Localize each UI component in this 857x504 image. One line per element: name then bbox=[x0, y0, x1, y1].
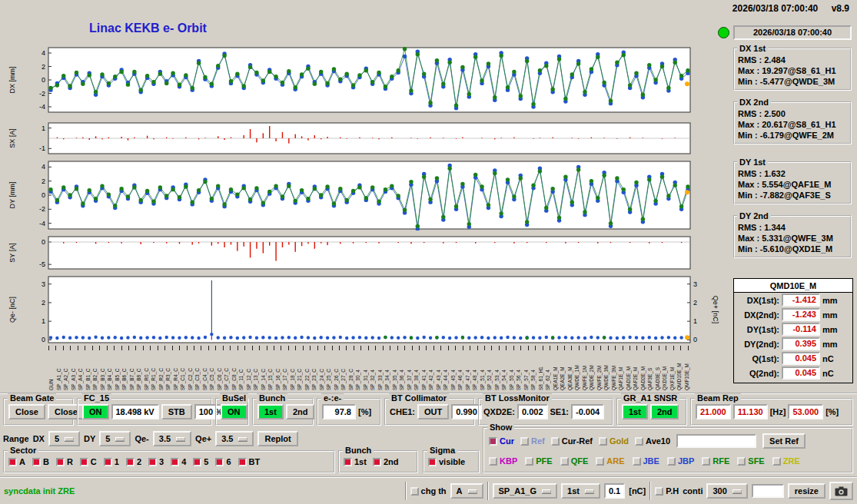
range-qep-select[interactable]: 3.5 bbox=[215, 431, 254, 446]
show-row2: KBPPFEQFEAREJBEJBPRFESFEZRE bbox=[489, 456, 800, 466]
x-tick-label: SP_47_4 bbox=[465, 352, 471, 390]
sector-b-checkbox[interactable]: B bbox=[32, 457, 49, 466]
checkbox-box bbox=[520, 437, 529, 446]
show-sfe-checkbox[interactable]: SFE bbox=[737, 456, 764, 466]
range-qem-select[interactable]: 3.5 bbox=[153, 431, 191, 446]
monitor-row: DX(1st):-1.412mm bbox=[734, 293, 852, 307]
sector-5-checkbox[interactable]: 5 bbox=[193, 457, 208, 466]
x-tick-label: SP_58_4 bbox=[530, 352, 536, 390]
x-tick-label: SP_A3_C bbox=[71, 352, 77, 390]
sector-r-checkbox[interactable]: R bbox=[56, 457, 73, 466]
divider bbox=[487, 482, 489, 500]
points-select[interactable]: 300 bbox=[706, 483, 747, 499]
x-tick-label: SP_38_4 bbox=[414, 352, 420, 390]
checkbox-label: 2 bbox=[137, 457, 141, 466]
bunch-1st-button[interactable]: 1st bbox=[257, 404, 284, 419]
x-tick-label: SP_43_4 bbox=[436, 352, 442, 390]
show-kbp-checkbox[interactable]: KBP bbox=[489, 456, 517, 466]
che1-out-button[interactable]: OUT bbox=[417, 404, 449, 419]
checkbox-label: 6 bbox=[226, 457, 231, 466]
svg-text:-4: -4 bbox=[39, 220, 45, 227]
sector-2-checkbox[interactable]: 2 bbox=[126, 457, 141, 466]
checkbox-label: Cur bbox=[500, 436, 514, 446]
option-value: 5 bbox=[105, 434, 110, 443]
bunch-2nd-button[interactable]: 2nd bbox=[286, 404, 315, 419]
show-gold-checkbox[interactable]: Gold bbox=[599, 436, 629, 446]
device-select[interactable]: SP_A1_G bbox=[493, 483, 558, 499]
x-tick-label: SP_B4_C bbox=[107, 352, 113, 390]
checkbox-box bbox=[148, 458, 157, 466]
qxd2e-display: 0.002 bbox=[517, 404, 548, 419]
svg-text:-2: -2 bbox=[39, 205, 45, 213]
x-tick-label: QWFE_2M bbox=[596, 352, 603, 390]
show-are-checkbox[interactable]: ARE bbox=[596, 456, 624, 466]
resize-button[interactable]: resize bbox=[788, 483, 825, 499]
group-title: BT LossMonitor bbox=[483, 393, 552, 403]
bunch-2nd-checkbox[interactable]: 2nd bbox=[373, 457, 399, 466]
chg-th-checkbox[interactable]: chg th bbox=[410, 486, 447, 496]
sector-a-checkbox[interactable]: A bbox=[8, 457, 25, 466]
replot-button[interactable]: Replot bbox=[257, 431, 297, 446]
set-ref-button[interactable]: Set Ref bbox=[762, 433, 806, 449]
show-row1: CurRefCur-RefGoldAve10 bbox=[489, 436, 670, 446]
checkbox-label: C bbox=[91, 457, 97, 466]
bunch-select[interactable]: 1st bbox=[561, 483, 600, 499]
stats-row: RMS : 1.344 bbox=[738, 222, 847, 233]
show-cur-checkbox[interactable]: Cur bbox=[489, 436, 514, 446]
aux-input[interactable] bbox=[752, 484, 784, 498]
show-qfe-checkbox[interactable]: QFE bbox=[560, 456, 589, 466]
range-dx-select[interactable]: 5 bbox=[48, 431, 80, 446]
sector-4-checkbox[interactable]: 4 bbox=[171, 457, 186, 466]
checkbox-box bbox=[410, 487, 419, 496]
sector-c-checkbox[interactable]: C bbox=[80, 457, 97, 466]
range-dy-select[interactable]: 5 bbox=[99, 431, 131, 446]
show-pfe-checkbox[interactable]: PFE bbox=[525, 456, 552, 466]
monitor-label: DY(1st): bbox=[736, 325, 779, 334]
sector-3-checkbox[interactable]: 3 bbox=[148, 457, 164, 466]
x-tick-label: SP_42_4 bbox=[428, 352, 434, 390]
sector-select[interactable]: A bbox=[450, 483, 483, 499]
option-value: 300 bbox=[713, 486, 726, 496]
ph-checkbox[interactable]: P.H bbox=[655, 486, 679, 496]
sigma-visible-checkbox[interactable]: visible bbox=[428, 457, 465, 466]
show-jbe-checkbox[interactable]: JBE bbox=[633, 456, 659, 466]
x-tick-label: SP_52_4 bbox=[487, 352, 493, 390]
sector-bt-checkbox[interactable]: BT bbox=[238, 457, 261, 466]
show-ave10-checkbox[interactable]: Ave10 bbox=[635, 436, 670, 446]
snsr-2nd-button[interactable]: 2nd bbox=[650, 404, 679, 419]
show-jbp-checkbox[interactable]: JBP bbox=[667, 456, 694, 466]
beam-gate-close-button-1[interactable]: Close bbox=[8, 404, 45, 419]
busel-on-button[interactable]: ON bbox=[221, 404, 247, 419]
checkbox-box bbox=[560, 457, 569, 466]
x-tick-label: SP_27_C bbox=[340, 352, 347, 390]
x-tick-label: SP_R1_C bbox=[151, 352, 157, 390]
show-rfe-checkbox[interactable]: RFE bbox=[702, 456, 729, 466]
bunch-1st-checkbox[interactable]: 1st bbox=[344, 457, 367, 466]
x-tick-label: QWFE_3M bbox=[611, 352, 617, 390]
snsr-1st-button[interactable]: 1st bbox=[622, 404, 648, 419]
checkbox-box bbox=[104, 458, 112, 466]
divider bbox=[649, 482, 651, 500]
set-ref-input[interactable] bbox=[676, 434, 756, 448]
show-cur-ref-checkbox[interactable]: Cur-Ref bbox=[551, 436, 593, 446]
x-tick-label: SP_R3_C bbox=[165, 352, 171, 390]
checkbox-box bbox=[373, 458, 381, 466]
checkbox-box bbox=[702, 457, 710, 466]
titlebar: 2026/03/18 07:00:40 v8.9 bbox=[0, 0, 857, 17]
snapshot-button[interactable] bbox=[829, 482, 853, 500]
svg-text:0: 0 bbox=[42, 336, 45, 343]
fc15-stb-button[interactable]: STB bbox=[161, 404, 192, 419]
checkbox-box bbox=[56, 458, 65, 466]
ee-ratio-unit: [%] bbox=[358, 407, 371, 416]
threshold-unit: [nC] bbox=[629, 486, 646, 496]
sector-1-checkbox[interactable]: 1 bbox=[104, 457, 119, 466]
show-ref-checkbox[interactable]: Ref bbox=[520, 436, 545, 446]
sector-6-checkbox[interactable]: 6 bbox=[215, 457, 231, 466]
monitor-value: -0.114 bbox=[782, 323, 820, 336]
show-zre-checkbox[interactable]: ZRE bbox=[772, 456, 800, 466]
x-tick-label: SP_B8_C bbox=[136, 352, 142, 390]
range-label: Range bbox=[3, 434, 29, 443]
fc15-on-button[interactable]: ON bbox=[82, 404, 109, 419]
x-tick-label: SP_15_C bbox=[267, 352, 274, 390]
x-tick-label: SP_51_4 bbox=[480, 352, 486, 390]
